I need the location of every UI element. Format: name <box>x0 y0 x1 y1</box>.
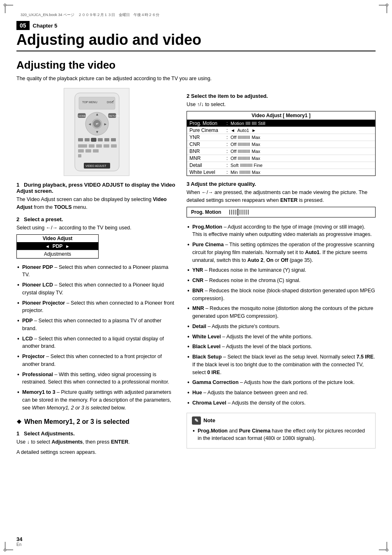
col-right: 2 Select the item to be adjusted. Use ↑/… <box>187 88 376 460</box>
page-title: Adjusting audio and video <box>16 32 376 51</box>
rb-black-level: Black Level – Adjusts the level of the b… <box>187 343 376 351</box>
svg-rect-31 <box>78 154 81 157</box>
svg-rect-26 <box>104 144 109 148</box>
remote-image: TOP MENU DISC ✓ ↵ ▲ ▼ ◄ ► <box>64 88 129 176</box>
svg-rect-25 <box>96 144 102 148</box>
small-adjust-table: Video Adjust ◄ PDP ► Adjustments <box>16 234 99 259</box>
corner-mark-tr <box>379 5 387 13</box>
svg-text:▲: ▲ <box>95 112 99 116</box>
svg-text:RETURN: RETURN <box>109 115 119 117</box>
svg-text:►: ► <box>104 122 107 126</box>
small-table-row-pdp: ◄ PDP ► <box>17 243 98 250</box>
memory-step1-header: 1 Select Adjustments. <box>16 430 177 437</box>
adjust-row-bnr: BNR : Off Max <box>187 148 375 155</box>
page-number-area: 34 En <box>16 536 22 547</box>
rb-chroma-level: Chroma Level – Adjusts the density of th… <box>187 399 376 407</box>
svg-rect-30 <box>93 149 99 153</box>
right-step3-header: 3 Adjust the picture quality. <box>187 181 376 187</box>
corner-dot-tr <box>386 4 388 6</box>
rb-ynr: YNR – Reduces noise in the luminance (Y)… <box>187 266 376 274</box>
adjust-row-white-level: White Level : Min Max <box>187 169 375 176</box>
when-memory-title: ❖ When Memory1, 2 or 3 is selected <box>16 418 177 426</box>
when-memory-section: ❖ When Memory1, 2 or 3 is selected 1 Sel… <box>16 418 177 456</box>
adjust-row-mnr: MNR : Off Max <box>187 155 375 162</box>
right-bullet-list: Prog.Motion – Adjust according to the ty… <box>187 223 376 407</box>
svg-rect-22 <box>111 138 116 141</box>
list-item-memory: Memory1 to 3 – Picture quality settings … <box>16 388 177 412</box>
rb-cnr: CNR – Reduces noise in the chroma (C) si… <box>187 277 376 284</box>
chapter-header: 05 Chapter 5 <box>16 21 376 30</box>
svg-text:VIDEO ADJUST: VIDEO ADJUST <box>85 164 106 167</box>
rb-mnr: MNR – Reduces the mosquito noise (distor… <box>187 305 376 320</box>
adjust-row-detail: Detail : Soft Fine <box>187 162 375 169</box>
step2-header: 2 Select a preset. <box>16 216 177 222</box>
note-bullet-1: Prog.Motion and Pure Cinema have the eff… <box>192 427 370 443</box>
svg-rect-19 <box>91 138 96 141</box>
col-left: TOP MENU DISC ✓ ↵ ▲ ▼ ◄ ► <box>16 88 177 460</box>
small-table-row-adjustments: Adjustments <box>17 250 98 258</box>
svg-rect-21 <box>104 138 109 141</box>
note-header: ✎ Note <box>192 416 370 425</box>
corner-dot-br <box>386 549 388 551</box>
step1-header: 1 During playback, press VIDEO ADJUST to… <box>16 182 177 194</box>
adjust-row-cnr: CNR : Off Max <box>187 141 375 148</box>
svg-rect-20 <box>98 138 103 141</box>
adjust-row-pure-cinema: Pure Cinema : ◄ Auto1 ► <box>187 127 375 134</box>
small-table-title: Video Adjust <box>17 235 98 243</box>
page-en: En <box>16 542 22 547</box>
rb-bnr: BNR – Reduces the block noise (block-sha… <box>187 287 376 303</box>
list-item-lcd: LCD – Select this when connected to a li… <box>16 335 177 351</box>
prog-motion-bar: Prog. Motion <box>187 207 376 217</box>
right-step2-header: 2 Select the item to be adjusted. <box>187 93 376 99</box>
rb-detail: Detail – Adjusts the picture's contours. <box>187 323 376 331</box>
adjust-table-title: Video Adjust [ Memory1 ] <box>187 111 375 120</box>
corner-dot-tl <box>4 4 6 6</box>
svg-rect-29 <box>85 149 91 153</box>
svg-rect-17 <box>78 138 83 141</box>
svg-rect-24 <box>89 144 95 148</box>
svg-rect-18 <box>85 138 90 141</box>
list-item-professional: Professional – With this setting, video … <box>16 371 177 386</box>
step2-sub: Select using ←/→ according to the TV bei… <box>16 224 177 232</box>
intro-text: The quality of the playback picture can … <box>16 75 376 83</box>
two-col-layout: TOP MENU DISC ✓ ↵ ▲ ▼ ◄ ► <box>16 88 376 460</box>
memory-step1-body: Use ↓ to select Adjustments, then press … <box>16 438 177 446</box>
section-title: Adjusting the video <box>16 59 376 72</box>
doc-header: 320_UXJCA_EN.book 34 ページ ２００９年２月１３日 金曜日 … <box>16 12 376 18</box>
svg-rect-27 <box>111 144 117 148</box>
right-step2-sub: Use ↑/↓ to select. <box>187 101 376 109</box>
page-container: 320_UXJCA_EN.book 34 ページ ２００９年２月１３日 金曜日 … <box>0 0 392 555</box>
list-item-pioneer-lcd: Pioneer LCD – Select this when connected… <box>16 281 177 297</box>
svg-text:◄: ◄ <box>88 122 92 126</box>
page-number: 34 <box>16 536 22 542</box>
memory-step1-sub: A detailed settings screen appears. <box>16 449 177 456</box>
svg-text:✓: ✓ <box>112 99 115 103</box>
note-label: Note <box>203 416 215 425</box>
rb-black-setup: Black Setup – Select the black level as … <box>187 353 376 376</box>
rb-pure-cinema: Pure Cinema – This setting optimizes the… <box>187 241 376 264</box>
note-icon: ✎ <box>192 416 201 425</box>
svg-text:▼: ▼ <box>95 130 99 134</box>
corner-mark-tl <box>5 5 13 13</box>
note-bullets: Prog.Motion and Pure Cinema have the eff… <box>192 427 370 443</box>
svg-text:↵: ↵ <box>96 122 99 126</box>
note-box: ✎ Note Prog.Motion and Pure Cinema have … <box>187 413 376 449</box>
adjust-row-ynr: YNR : Off Max <box>187 134 375 141</box>
preset-list: Pioneer PDP – Select this when connected… <box>16 264 177 412</box>
chapter-label: Chapter 5 <box>33 23 58 29</box>
chapter-badge: 05 <box>16 21 30 30</box>
corner-dot-bl <box>4 549 6 551</box>
adjust-row-prog-motion: Prog. Motion : Motion Still <box>187 120 375 127</box>
right-step3-body: When ←/→ are pressed, the adjustments ca… <box>187 189 376 204</box>
rb-white-level: White Level – Adjusts the level of the w… <box>187 333 376 341</box>
list-item-pioneer-projector: Pioneer Projector – Select this when con… <box>16 299 177 315</box>
list-item-pdp: PDP – Select this when connected to a pl… <box>16 317 177 333</box>
rb-prog-motion: Prog.Motion – Adjust according to the ty… <box>187 223 376 239</box>
svg-text:HOME: HOME <box>78 115 86 117</box>
svg-rect-23 <box>78 144 87 148</box>
rb-gamma-correction: Gamma Correction – Adjusts how the dark … <box>187 379 376 386</box>
corner-mark-bl <box>5 542 13 550</box>
svg-text:TOP MENU: TOP MENU <box>82 101 97 104</box>
rb-hue: Hue – Adjusts the balance between green … <box>187 389 376 397</box>
svg-rect-28 <box>78 149 84 153</box>
